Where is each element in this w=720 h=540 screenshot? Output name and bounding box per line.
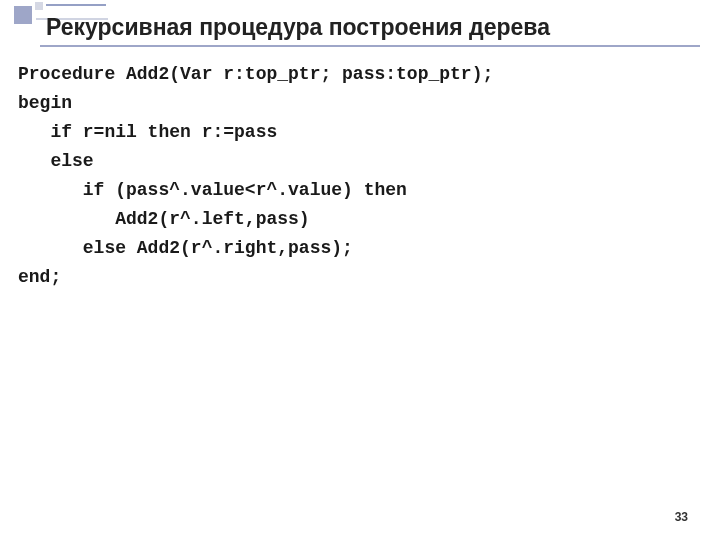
slide-title: Рекурсивная процедура построения дерева xyxy=(40,14,700,47)
code-line: if (pass^.value<r^.value) then xyxy=(18,180,407,200)
code-line: else xyxy=(18,151,94,171)
deco-square-small-icon xyxy=(35,2,43,10)
deco-square-large-icon xyxy=(14,6,32,24)
code-line: begin xyxy=(18,93,72,113)
code-block: Procedure Add2(Var r:top_ptr; pass:top_p… xyxy=(18,60,700,292)
deco-line-icon xyxy=(46,4,106,6)
code-line: else Add2(r^.right,pass); xyxy=(18,238,353,258)
code-line: Add2(r^.left,pass) xyxy=(18,209,310,229)
code-line: end; xyxy=(18,267,61,287)
code-line: if r=nil then r:=pass xyxy=(18,122,277,142)
code-line: Procedure Add2(Var r:top_ptr; pass:top_p… xyxy=(18,64,493,84)
page-number: 33 xyxy=(675,510,688,524)
